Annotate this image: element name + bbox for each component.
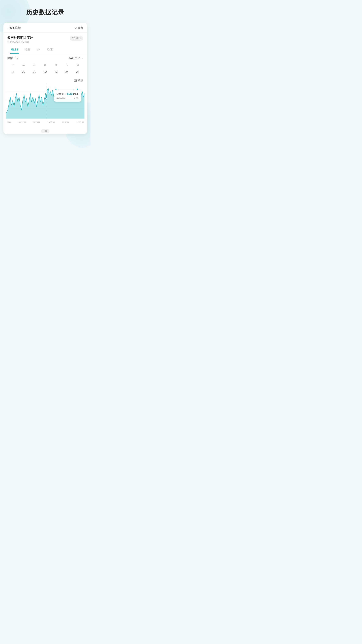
- weekday-sat: 六: [61, 63, 72, 67]
- x-label-0: 20:08: [7, 121, 11, 123]
- weekday-tue: 二: [18, 63, 29, 67]
- handle-bar[interactable]: [41, 129, 49, 133]
- svg-point-9: [45, 98, 47, 99]
- back-button[interactable]: ‹ 数据详情: [7, 26, 21, 30]
- back-label: 数据详情: [9, 26, 21, 30]
- tab-cod[interactable]: COD: [44, 46, 56, 54]
- device-section: 超声波污泥浓度计 污泥脱水间污泥浓度计 离线: [3, 33, 87, 46]
- tooltip-value: 8.23: [67, 92, 72, 96]
- card-header: ‹ 数据详情 ⚙ 参数: [3, 23, 87, 33]
- x-label-4: 11:32:08: [62, 121, 69, 123]
- device-subtitle: 污泥脱水间污泥浓度计: [7, 41, 33, 44]
- calendar-header: 数据日历 2021/7/25 ▼: [7, 56, 83, 60]
- page-title: 历史数据记录: [26, 8, 64, 16]
- landscape-button[interactable]: 横屏: [74, 79, 83, 82]
- day-20[interactable]: 20: [18, 69, 29, 75]
- weekday-sun: 日: [72, 63, 83, 67]
- weekday-fri: 五: [51, 63, 61, 67]
- status-badge: 离线: [70, 36, 83, 41]
- wifi-offline-icon: [72, 37, 75, 40]
- calendar-weekdays: 一 二 三 四 五 六 日: [7, 63, 83, 67]
- device-info: 超声波污泥浓度计 污泥脱水间污泥浓度计: [7, 36, 33, 44]
- day-22[interactable]: 22: [40, 69, 51, 75]
- handle-dot-3: [46, 130, 47, 132]
- tab-mlss[interactable]: MLSS: [7, 46, 21, 54]
- chart-tooltip: 采样值： 8.23 mg/L 10:55:08 正常: [54, 90, 81, 102]
- landscape-icon: [74, 79, 77, 82]
- tooltip-unit: mg/L: [73, 92, 78, 95]
- weekday-mon: 一: [7, 63, 18, 67]
- chart-wrapper: 采样值： 8.23 mg/L 10:55:08 正常 20:08 09:53:0…: [3, 83, 87, 127]
- day-19[interactable]: 19: [7, 69, 18, 75]
- bottom-handle-area: [3, 127, 87, 134]
- handle-dot-1: [44, 130, 44, 132]
- params-label: 参数: [78, 26, 83, 30]
- device-name: 超声波污泥浓度计: [7, 36, 33, 40]
- tab-flow[interactable]: 流量: [21, 46, 33, 54]
- selected-date-label: 2021/7/25: [69, 57, 80, 60]
- day-25-selected: 25: [76, 70, 79, 73]
- tooltip-time: 10:55:08: [57, 96, 65, 100]
- x-label-5: 12:05:08: [77, 121, 84, 123]
- x-label-1: 09:53:08: [18, 121, 26, 123]
- calendar-days: 19 20 21 22 23 24 25: [7, 69, 83, 75]
- x-label-3: 10:59:08: [48, 121, 55, 123]
- day-25[interactable]: 25: [72, 69, 83, 75]
- dropdown-arrow-icon: ▼: [81, 57, 83, 60]
- chart-container[interactable]: 采样值： 8.23 mg/L 10:55:08 正常: [6, 83, 84, 120]
- params-icon: ⚙: [74, 26, 77, 30]
- offline-status-label: 离线: [76, 37, 81, 40]
- date-selector[interactable]: 2021/7/25 ▼: [69, 57, 83, 60]
- landscape-label: 横屏: [78, 79, 83, 82]
- day-23[interactable]: 23: [51, 69, 61, 75]
- chart-svg: [6, 83, 84, 120]
- day-21[interactable]: 21: [29, 69, 40, 75]
- params-button[interactable]: ⚙ 参数: [74, 26, 83, 30]
- main-card: ‹ 数据详情 ⚙ 参数 超声波污泥浓度计 污泥脱水间污泥浓度计: [3, 23, 87, 134]
- x-label-2: 10:26:08: [33, 121, 40, 123]
- weekday-thu: 四: [40, 63, 51, 67]
- tabs-bar: MLSS 流量 pH COD: [3, 46, 87, 54]
- tooltip-row2: 10:55:08 正常: [57, 96, 78, 100]
- calendar-section: 数据日历 2021/7/25 ▼ 一 二 三 四 五 六 日 19 20 21 …: [3, 54, 87, 78]
- weekday-wed: 三: [29, 63, 40, 67]
- handle-dot-2: [45, 130, 45, 132]
- tooltip-status: 正常: [74, 96, 78, 100]
- day-24[interactable]: 24: [61, 69, 72, 75]
- tooltip-label: 采样值： 8.23 mg/L: [57, 92, 78, 96]
- svg-point-3: [76, 80, 77, 81]
- landscape-btn-area: 横屏: [3, 78, 87, 83]
- back-arrow-icon: ‹: [7, 26, 8, 30]
- svg-rect-2: [75, 80, 76, 81]
- x-axis-labels: 20:08 09:53:08 10:26:08 10:59:08 11:32:0…: [6, 120, 84, 123]
- tab-ph[interactable]: pH: [33, 46, 43, 54]
- calendar-title: 数据日历: [7, 56, 18, 60]
